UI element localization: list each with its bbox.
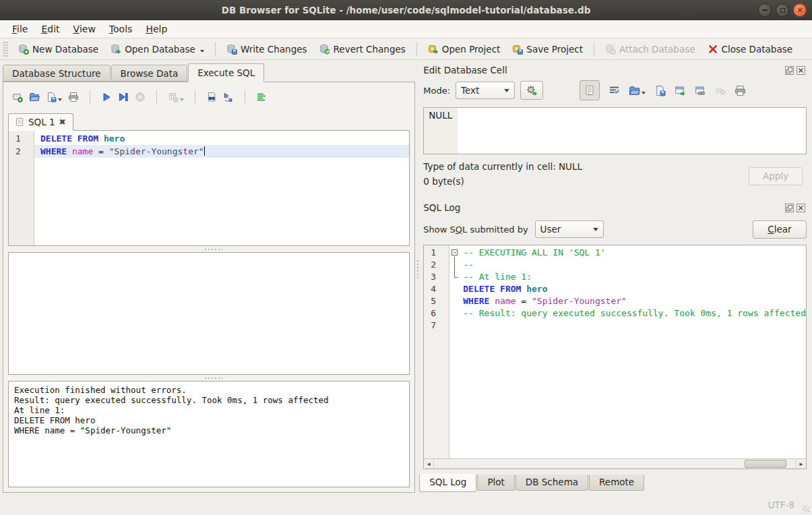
vertical-splitter[interactable]: [415, 60, 419, 495]
text-document-icon: [584, 85, 595, 96]
splitter-results-messages[interactable]: [8, 375, 410, 381]
close-icon: ✕: [797, 7, 803, 14]
word-wrap-icon: [608, 85, 620, 96]
sql-doc-tab[interactable]: SQL 1 ✖: [8, 113, 73, 131]
open-project-button[interactable]: Open Project: [422, 41, 507, 57]
cell-mode-row: Mode: Text: [419, 79, 807, 102]
results-grid[interactable]: [8, 252, 410, 375]
revert-changes-button[interactable]: Revert Changes: [313, 41, 412, 57]
execute-current-line-icon[interactable]: [118, 92, 129, 102]
close-button[interactable]: ✕: [793, 3, 807, 17]
word-wrap-button[interactable]: [608, 85, 620, 96]
menu-view[interactable]: View: [67, 22, 102, 36]
open-project-label: Open Project: [442, 44, 501, 55]
tab-db-schema[interactable]: DB Schema: [516, 475, 588, 491]
tab-execute-sql[interactable]: Execute SQL: [188, 63, 264, 82]
open-sql-file-icon[interactable]: [29, 92, 40, 102]
sql-toolbar-separator: [195, 90, 195, 104]
clear-log-button[interactable]: Clear: [753, 220, 807, 239]
database-revert-icon: [319, 44, 330, 55]
tab-remote[interactable]: Remote: [589, 475, 644, 491]
minimize-button[interactable]: [758, 3, 772, 17]
menu-file[interactable]: File: [5, 22, 34, 36]
database-close-icon: [708, 44, 718, 55]
float-dock-icon[interactable]: [785, 204, 794, 212]
export-cell-button[interactable]: [654, 85, 666, 96]
database-attach-icon: [605, 44, 616, 55]
close-dock-icon[interactable]: [797, 66, 805, 75]
print-cell-button[interactable]: [735, 85, 746, 96]
remove-icon: [715, 85, 726, 96]
text-mode-button[interactable]: [580, 80, 600, 100]
find-replace-icon[interactable]: b a: [223, 92, 234, 102]
encoding-status: UTF-8: [768, 499, 794, 510]
toolbar-separator: [594, 42, 594, 57]
import-cell-button[interactable]: [629, 85, 646, 96]
main-toolbar: New Database Open Database Write Changes…: [0, 38, 812, 60]
apply-button: Apply: [749, 167, 803, 185]
maximize-button[interactable]: [776, 3, 789, 17]
scroll-left-icon[interactable]: ◀: [424, 459, 434, 468]
import-dropdown-icon[interactable]: [642, 92, 646, 96]
apply-mode-button[interactable]: [520, 81, 543, 100]
attach-database-button: Attach Database: [599, 41, 701, 57]
find-icon[interactable]: [206, 92, 217, 102]
write-changes-button[interactable]: Write Changes: [220, 41, 313, 57]
tab-sql-log[interactable]: SQL Log: [419, 474, 476, 492]
mode-select[interactable]: Text: [456, 82, 515, 99]
sql-tab-close-icon[interactable]: ✖: [59, 117, 66, 127]
tab-plot[interactable]: Plot: [477, 475, 514, 491]
cell-value-editor[interactable]: NULL: [423, 107, 807, 154]
menu-help[interactable]: Help: [139, 22, 174, 36]
resize-grip-icon[interactable]: [803, 506, 809, 512]
save-sql-dropdown-icon[interactable]: [58, 98, 62, 103]
printer-icon: [735, 85, 746, 96]
scroll-track[interactable]: [434, 459, 796, 468]
revert-changes-label: Revert Changes: [334, 44, 406, 55]
execute-all-icon[interactable]: [101, 92, 112, 102]
save-sql-file-button[interactable]: [46, 92, 62, 103]
new-sql-tab-icon[interactable]: [12, 92, 23, 102]
tab-browse-data[interactable]: Browse Data: [111, 65, 188, 82]
execution-message-panel[interactable]: Execution finished without errors.Result…: [8, 381, 410, 487]
cell-size-info: 0 byte(s): [423, 176, 749, 187]
new-database-button[interactable]: New Database: [12, 41, 104, 57]
sql-log-view[interactable]: 1-- EXECUTING ALL IN 'SQL 1'2--3-- At li…: [423, 245, 807, 469]
svg-text:a: a: [228, 96, 232, 103]
menu-tools[interactable]: Tools: [102, 22, 139, 36]
open-database-dropdown-icon[interactable]: [200, 50, 204, 55]
log-hscrollbar[interactable]: ◀ ▶: [424, 458, 806, 468]
toolbar-grip[interactable]: [3, 42, 8, 57]
new-database-label: New Database: [32, 44, 98, 55]
chevron-down-icon: [593, 228, 598, 234]
edit-cell-title: Edit Database Cell: [423, 65, 507, 75]
splitter-editor-results[interactable]: [8, 246, 410, 252]
main-tabbar: Database Structure Browse Data Execute S…: [3, 63, 415, 82]
open-database-button[interactable]: Open Database: [104, 40, 210, 57]
close-database-button[interactable]: Close Database: [701, 41, 799, 57]
mode-value: Text: [461, 85, 479, 96]
print-sql-icon[interactable]: [68, 92, 79, 102]
submitted-by-select[interactable]: User: [535, 220, 604, 238]
tab-database-structure[interactable]: Database Structure: [3, 65, 111, 82]
menu-edit[interactable]: Edit: [34, 22, 66, 36]
export-results-dropdown-icon: [180, 98, 184, 103]
link-icon: [695, 85, 706, 96]
clear-cell-button: [715, 85, 726, 96]
save-project-button[interactable]: Save Project: [506, 41, 589, 57]
open-database-label: Open Database: [125, 44, 195, 55]
close-dock-icon[interactable]: [797, 204, 805, 212]
scroll-thumb[interactable]: [745, 460, 786, 468]
float-dock-icon[interactable]: [785, 66, 794, 75]
open-external-button[interactable]: [675, 85, 686, 96]
sql-editor[interactable]: 1DELETE FROM hero2WHERE name = "Spider-Y…: [8, 130, 410, 246]
window-title: DB Browser for SQLite - /home/user/code/…: [0, 5, 812, 16]
sql-doc-icon: [15, 117, 24, 127]
sql-log-title: SQL Log: [423, 202, 460, 213]
chevron-down-icon: [504, 89, 509, 95]
scroll-right-icon[interactable]: ▶: [796, 459, 806, 468]
sql-toolbar-separator: [90, 90, 90, 104]
auto-format-icon[interactable]: [256, 92, 267, 102]
copy-link-button[interactable]: [695, 85, 706, 96]
database-write-icon: [226, 44, 237, 55]
